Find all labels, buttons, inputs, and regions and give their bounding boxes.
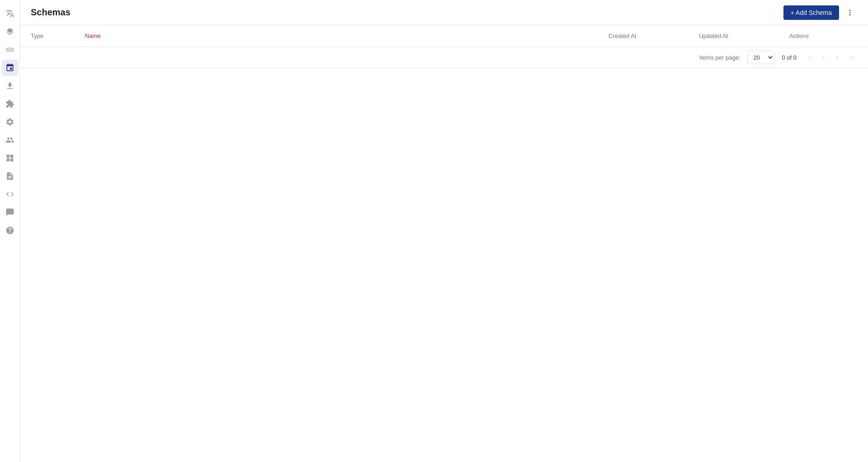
grid-icon	[5, 154, 14, 163]
main-content: Schemas + Add Schema Type Name Created A…	[20, 0, 868, 462]
sidebar-item-users[interactable]	[2, 132, 18, 148]
sidebar-item-settings[interactable]	[2, 114, 18, 130]
column-header-name[interactable]: Name	[85, 33, 609, 39]
chat-icon	[5, 208, 14, 217]
pagination-count: 0 of 0	[782, 54, 797, 61]
first-page-icon	[807, 54, 814, 61]
users-icon	[5, 135, 14, 145]
sidebar	[0, 0, 20, 462]
next-page-icon	[834, 54, 841, 61]
column-header-created-at: Created At	[609, 33, 699, 39]
link-icon	[5, 45, 14, 54]
table-header: Type Name Created At Updated At Actions	[20, 25, 868, 47]
pagination-first-button[interactable]	[804, 51, 816, 64]
sidebar-item-tasks[interactable]	[2, 168, 18, 184]
pagination-prev-button[interactable]	[817, 51, 830, 64]
column-header-type: Type	[31, 33, 85, 39]
pagination-bar: Items per page: 10 20 50 100 0 of 0	[20, 47, 868, 68]
prev-page-icon	[820, 54, 827, 61]
layers-icon	[5, 27, 14, 36]
tasks-icon	[5, 172, 14, 181]
page-title: Schemas	[31, 7, 71, 18]
more-options-button[interactable]	[843, 5, 857, 20]
sidebar-item-dashboard[interactable]	[2, 150, 18, 166]
help-icon	[5, 226, 14, 235]
header-actions: + Add Schema	[783, 5, 857, 20]
pagination-last-button[interactable]	[844, 51, 857, 64]
sidebar-item-translate[interactable]	[2, 5, 18, 22]
translate-icon	[5, 9, 14, 18]
download-icon	[5, 81, 14, 90]
pagination-next-button[interactable]	[831, 51, 844, 64]
puzzle-icon	[5, 99, 14, 108]
settings-icon	[5, 117, 14, 126]
sidebar-item-chat[interactable]	[2, 204, 18, 220]
pagination-controls	[804, 51, 857, 64]
sidebar-item-layers[interactable]	[2, 23, 18, 40]
table-container: Type Name Created At Updated At Actions …	[20, 25, 868, 462]
page-header: Schemas + Add Schema	[20, 0, 868, 25]
column-header-actions: Actions	[789, 33, 857, 39]
schema-icon	[5, 63, 14, 72]
sidebar-item-api[interactable]	[2, 186, 18, 202]
last-page-icon	[847, 54, 854, 61]
more-vert-icon	[845, 8, 854, 17]
column-header-updated-at: Updated At	[699, 33, 789, 39]
code-icon	[5, 190, 14, 199]
items-per-page-label: Items per page:	[699, 54, 740, 61]
sidebar-item-plugins[interactable]	[2, 96, 18, 112]
sidebar-item-schema[interactable]	[2, 60, 18, 76]
sidebar-item-download[interactable]	[2, 78, 18, 94]
items-per-page-select[interactable]: 10 20 50 100	[747, 51, 774, 64]
add-schema-button[interactable]: + Add Schema	[783, 5, 839, 20]
sidebar-item-link[interactable]	[2, 42, 18, 58]
sidebar-item-help[interactable]	[2, 222, 18, 238]
